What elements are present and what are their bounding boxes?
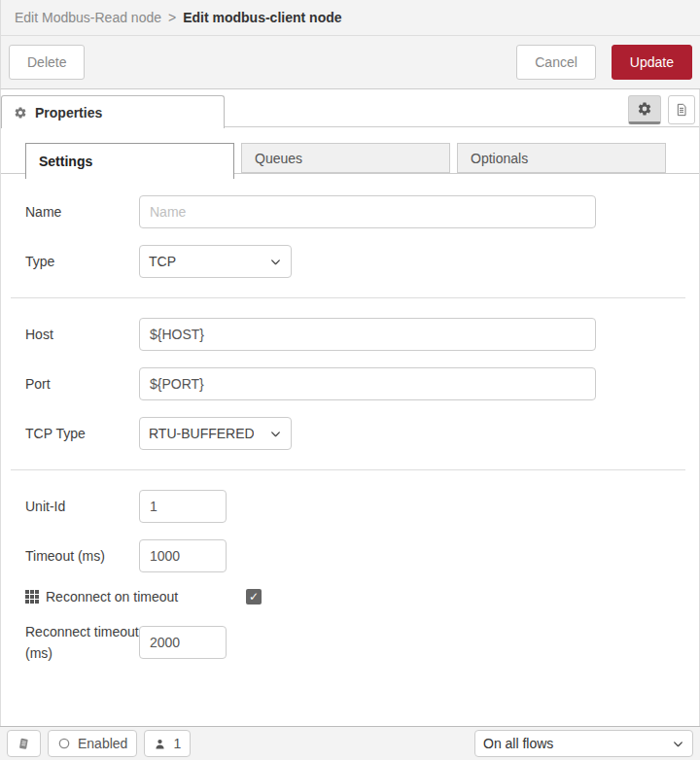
scope-select[interactable]: On all flows	[474, 730, 693, 757]
reconnect-timeout-row: Reconnect timeout (ms)	[25, 621, 699, 665]
tab-optionals-label: Optionals	[471, 151, 528, 166]
breadcrumb: Edit Modbus-Read node > Edit modbus-clie…	[0, 0, 700, 36]
instance-count: 1	[173, 736, 181, 751]
settings-form: Name Type TCP Host Port	[1, 179, 699, 665]
chevron-down-icon	[269, 428, 282, 440]
breadcrumb-parent[interactable]: Edit Modbus-Read node	[15, 10, 161, 25]
properties-tab-row: Properties	[1, 89, 699, 127]
node-description-button[interactable]	[668, 95, 695, 124]
type-select-value: TCP	[149, 254, 176, 269]
tab-optionals[interactable]: Optionals	[457, 143, 666, 173]
tcp-type-select-value: RTU-BUFFERED	[149, 426, 254, 441]
dialog-toolbar: Delete Cancel Update	[0, 36, 700, 89]
gear-icon	[637, 101, 652, 117]
timeout-row: Timeout (ms)	[25, 539, 699, 572]
port-label: Port	[25, 376, 139, 392]
host-input[interactable]	[139, 318, 596, 351]
reconnect-timeout-label: Reconnect timeout (ms)	[25, 621, 139, 665]
settings-tab-bar: Settings Queues Optionals	[1, 143, 699, 179]
node-enabled-toggle[interactable]: Enabled	[48, 730, 137, 757]
section-divider	[11, 297, 685, 298]
reconnect-on-timeout-checkbox[interactable]	[246, 589, 262, 605]
tab-queues[interactable]: Queues	[241, 143, 450, 173]
properties-tab-label: Properties	[35, 105, 102, 121]
tab-settings-label: Settings	[39, 154, 92, 169]
unit-id-input[interactable]	[139, 490, 227, 523]
node-properties-button[interactable]	[628, 95, 661, 124]
gear-icon	[14, 106, 27, 120]
reconnect-on-timeout-label: Reconnect on timeout	[46, 589, 178, 605]
edit-node-dialog: Edit Modbus-Read node > Edit modbus-clie…	[0, 0, 700, 760]
section-divider	[11, 469, 685, 470]
dialog-body: Properties Settings	[0, 89, 700, 726]
chevron-down-icon	[672, 738, 684, 750]
name-label: Name	[25, 204, 139, 220]
document-icon	[674, 102, 689, 118]
tab-properties[interactable]: Properties	[1, 95, 225, 128]
name-input[interactable]	[139, 195, 596, 228]
cancel-button[interactable]: Cancel	[516, 45, 596, 80]
book-icon	[17, 737, 31, 751]
host-label: Host	[25, 327, 139, 342]
delete-button[interactable]: Delete	[9, 45, 85, 80]
enabled-label: Enabled	[78, 736, 127, 751]
port-row: Port	[25, 367, 699, 400]
name-row: Name	[25, 195, 699, 228]
type-select[interactable]: TCP	[139, 245, 292, 278]
node-instances-button[interactable]: 1	[144, 730, 191, 757]
user-icon	[154, 738, 166, 750]
unit-id-row: Unit-Id	[25, 490, 699, 523]
tcp-type-select[interactable]: RTU-BUFFERED	[139, 417, 292, 450]
grid-icon	[25, 590, 39, 604]
reconnect-on-timeout-label-group: Reconnect on timeout	[25, 589, 246, 605]
port-input[interactable]	[139, 367, 596, 400]
reconnect-on-timeout-row: Reconnect on timeout	[25, 589, 699, 605]
reconnect-timeout-input[interactable]	[139, 626, 227, 659]
unit-id-label: Unit-Id	[25, 499, 139, 514]
tab-settings[interactable]: Settings	[25, 143, 234, 179]
tab-queues-label: Queues	[255, 151, 302, 166]
circle-icon	[57, 737, 71, 750]
timeout-label: Timeout (ms)	[25, 548, 139, 564]
breadcrumb-separator: >	[168, 10, 176, 25]
tcp-type-label: TCP Type	[25, 426, 139, 441]
update-button[interactable]: Update	[612, 45, 692, 80]
panel-actions	[628, 95, 699, 124]
type-label: Type	[25, 254, 139, 269]
host-row: Host	[25, 318, 699, 351]
node-log-button[interactable]	[7, 730, 41, 757]
breadcrumb-current: Edit modbus-client node	[183, 10, 341, 25]
chevron-down-icon	[269, 256, 282, 268]
type-row: Type TCP	[25, 245, 699, 278]
timeout-input[interactable]	[139, 539, 227, 572]
tcp-type-row: TCP Type RTU-BUFFERED	[25, 417, 699, 450]
scope-select-value: On all flows	[483, 736, 553, 751]
dialog-footer: Enabled 1 On all flows	[0, 726, 700, 760]
